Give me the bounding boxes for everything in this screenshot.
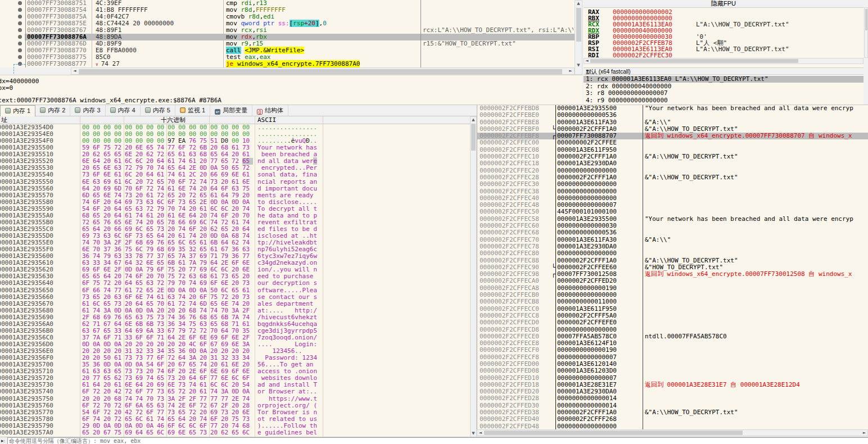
dump-header-ascii: ASCII [257,116,276,124]
dump-row[interactable]: 000001A3E29356506F6674776172652E0D0A0D0A… [0,287,470,294]
tab-mem[interactable]: 内存 1 [0,105,35,116]
fastcall-selector[interactable]: 默认 (x64 fastcall) [584,67,864,75]
registers-hscrollbar[interactable]: ◄ [584,58,864,64]
dump-row[interactable]: 000001A3E2935660736520636F6E74616374206F… [0,294,470,301]
stack-row[interactable]: 0000002F2CFFECF00000000000000190 [477,347,868,354]
fastcall-arg-row[interactable]: 4: r9 0000000000000000 [584,97,864,104]
stack-row[interactable]: 0000002F2CFFECD80000000000000000 [477,327,868,333]
hex-group: 64656372 [125,280,168,287]
stack-panel: 0000002F2CFFEBD8000001A3E2935500"Your ne… [477,105,868,430]
stack-hscrollbar[interactable]: ◄ ► [477,429,868,436]
jump-taken-icon: ∨ [96,62,101,67]
stack-row[interactable]: 0000002F2CFFECB80000000000011000 [477,298,868,305]
hex-byte: 6F [221,185,232,192]
dump-row[interactable]: 000001A3E2935590546F20646563727970742061… [0,206,470,212]
breakpoint-dot-icon[interactable] [18,8,22,12]
hex-group: 6C206461 [125,171,168,178]
hex-byte: 72 [93,402,103,409]
dump-row[interactable]: 000001A3E29355706D656E747320617265207265… [0,192,470,199]
stack-row[interactable]: 0000002F2CFFECA00000002F2CFFED20 [477,278,868,284]
fastcall-arg-row[interactable]: 3: r8 0000000000000007 [584,90,864,97]
dump-row[interactable]: 000001A3E29355506E6369616C207265706F7274… [0,179,470,185]
hex-byte: 0D [135,307,146,314]
stack-row[interactable]: 0000002F2CFFEC00000000002F2CFFEE [477,139,868,146]
stack-row[interactable]: 0000002F2CFFECD00000002F2CFFEFE0 [477,319,868,326]
registers-vscrollbar[interactable] [864,7,868,58]
dump-row[interactable]: 000001A3E29357A0652067756964656C696E6573… [0,429,470,436]
dump-row[interactable]: 000001A3E2935770546F722042726F7773657220… [0,409,470,416]
dump-row[interactable]: 000001A3E2935540736F6E616C20646174612C20… [0,171,470,178]
hex-byte: 20 [93,396,103,402]
stack-row[interactable]: 0000002F2CFFEC300000000000000000 [477,181,868,188]
disassembly-vscrollbar[interactable]: ▲ ▼ [575,0,582,75]
dump-row[interactable]: 000001A3E29356902F6869766563757374367668… [0,314,470,321]
stack-row[interactable]: 0000002F2CFFEC880000002F2CFFF1A0&"A:\\HO… [477,257,868,264]
breakpoint-dot-icon[interactable] [18,1,22,5]
command-input[interactable] [7,437,868,444]
hex-byte: 6F [210,416,221,423]
tab-locals[interactable]: x=局部变量 [210,105,252,116]
stack-row[interactable]: 0000002F2CFFEC18000001A3E2930DA0 [477,160,868,167]
dump-row[interactable]: 000001A3E29355606420696D706F7274616E7420… [0,185,470,192]
breakpoint-dot-icon[interactable] [18,42,22,46]
hex-byte: 68 [82,212,93,219]
stack-row[interactable]: 0000002F2CFFEBE00000000000000536 [477,112,868,119]
stack-row[interactable]: 0000002F2CFFED400000002F2CFFF268 [477,416,868,423]
hex-byte: 65 [146,301,157,307]
hex-byte: 73 [82,171,93,178]
hex-byte: 73 [125,192,135,199]
dump-row[interactable]: 000001A3E293575020202068747470733A2F2F77… [0,396,470,402]
fastcall-arg-row[interactable]: 2: rdx 0000000040000000 [584,83,864,90]
hex-byte: 63 [200,321,210,328]
breakpoint-dot-icon[interactable] [18,48,22,52]
dump-row[interactable]: 000001A3E29356406F7572206465637279707469… [0,280,470,287]
stack-row[interactable]: 0000002F2CFFED280000000000000014 [477,395,868,402]
hex-byte: 74 [93,416,103,423]
dump-tab-bar: 内存 1内存 2内存 3内存 4内存 5监视 1x=局部变量{}结构体 [0,105,477,116]
mem-icon [75,107,80,113]
hex-byte: 20 [103,396,114,402]
tab-mem[interactable]: 内存 2 [35,105,70,116]
dump-row[interactable]: 000001A3E2935580746F20646973636C6F73652E… [0,199,470,206]
dump-row[interactable]: 000001A3E29357806F742072656C617465642074… [0,416,470,423]
hex-byte: 65 [210,314,221,321]
hex-byte: 6E [135,294,146,301]
dump-row[interactable]: 000001A3E29357606F7270726F6A6563742E6F72… [0,402,470,409]
breakpoint-dot-icon[interactable] [18,55,22,59]
stack-address: 0000002F2CFFEC30 [480,181,539,188]
dump-address: 000001A3E2935590 [0,206,80,212]
breakpoint-dot-icon[interactable] [18,15,22,19]
hex-group: 79707469 [168,280,210,287]
tab-mem[interactable]: 内存 3 [70,105,105,116]
stack-row[interactable]: 0000002F2CFFED08000001A3E61203D0 [477,368,868,374]
fastcall-arg-row[interactable]: 1: rcx 000001A3E6113EA0 L"A:\\HOW_TO_DEC… [584,76,864,83]
hide-fpu-button[interactable]: 隐藏FPU [584,0,864,8]
tab-mem[interactable]: 内存 5 [141,105,175,116]
dump-row[interactable]: 000001A3E2935670616C6573206465706172746D… [0,301,470,307]
stack-row[interactable]: 0000002F2CFFEC800000000000000000 [477,250,868,257]
stack-row[interactable]: 0000002F2CFFEC380000000000000000 [477,188,868,195]
disasm-row[interactable]: 00007FF730088777∨ 74 27je windows_x64_en… [0,61,575,67]
tab-watch[interactable]: 监视 1 [175,105,210,116]
hex-byte: 20 [200,171,210,178]
breakpoint-dot-icon[interactable] [18,21,22,25]
breakpoint-dot-icon[interactable] [18,35,22,39]
stack-row[interactable]: 0000002F2CFFEC50445F000101000100 [477,209,868,215]
hex-byte: 6C [210,206,221,212]
disassembly-hscrollbar[interactable]: ◄ ► [71,67,575,75]
stack-row[interactable]: 0000002F2CFFEC680000000000000536 [477,229,868,236]
dump-row[interactable]: 000001A3E29357406F722042726F777365722061… [0,388,470,395]
dump-row[interactable]: 000001A3E293568061743A0D0A0D0A2020206874… [0,307,470,314]
dump-vscrollbar[interactable]: ▲ ▼ [470,116,477,437]
tab-struct[interactable]: {}结构体 [252,105,288,116]
dump-row[interactable]: 000001A3E2935790290D0A0D0A0D0A466F6C6C6F… [0,423,470,429]
tab-mem[interactable]: 内存 4 [106,105,141,116]
hex-group: 546F7220 [82,409,125,416]
dump-address: 000001A3E2935790 [0,423,80,429]
stack-address: 0000002F2CFFECA0 [480,278,539,284]
hex-byte: 2F [242,307,253,314]
breakpoint-dot-icon[interactable] [18,28,22,32]
hex-byte: 77 [157,409,168,416]
stack-frame-corner: ┌ [551,133,555,139]
hex-group: 65206775 [82,429,125,436]
